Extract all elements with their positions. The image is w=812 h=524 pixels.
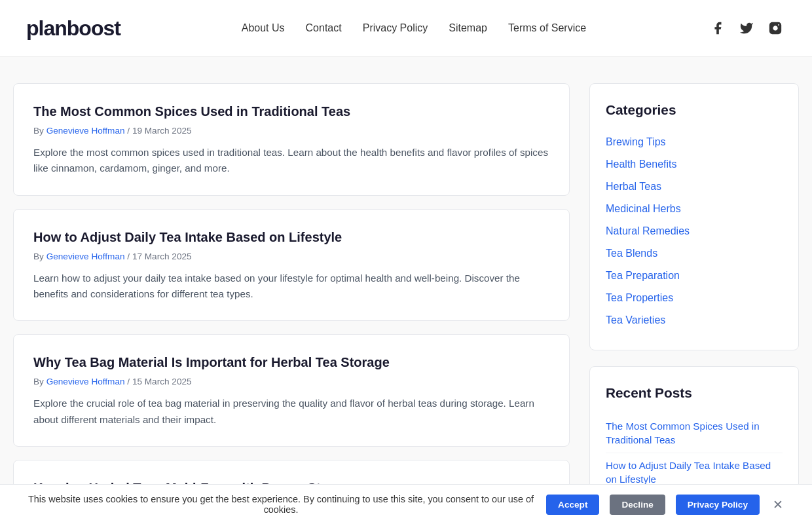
main-container: The Most Common Spices Used in Tradition…: [0, 83, 812, 524]
close-cookie-button[interactable]: ✕: [770, 497, 786, 512]
article-meta: By Genevieve Hoffman / 15 March 2025: [33, 377, 549, 386]
category-item: Medicinal Herbs: [606, 198, 783, 220]
article-title[interactable]: The Most Common Spices Used in Tradition…: [33, 102, 549, 121]
category-link-herbal-teas[interactable]: Herbal Teas: [606, 181, 661, 192]
category-item: Tea Blends: [606, 242, 783, 265]
article-excerpt: Explore the most common spices used in t…: [33, 145, 549, 177]
category-list: Brewing TipsHealth BenefitsHerbal TeasMe…: [606, 131, 783, 331]
nav-link-about-us[interactable]: About Us: [242, 22, 285, 34]
recent-post-link[interactable]: The Most Common Spices Used in Tradition…: [606, 421, 760, 445]
article-excerpt: Learn how to adjust your daily tea intak…: [33, 271, 549, 303]
recent-post-link[interactable]: How to Adjust Daily Tea Intake Based on …: [606, 460, 771, 485]
article-card-2: How to Adjust Daily Tea Intake Based on …: [13, 209, 570, 322]
recent-posts-title: Recent Posts: [606, 385, 783, 401]
logo[interactable]: planboost: [26, 16, 120, 41]
recent-posts-list: The Most Common Spices Used in Tradition…: [606, 414, 783, 491]
accept-button[interactable]: Accept: [546, 495, 599, 515]
category-item: Natural Remedies: [606, 220, 783, 242]
categories-widget: Categories Brewing TipsHealth BenefitsHe…: [589, 83, 799, 350]
recent-post-item: The Most Common Spices Used in Tradition…: [606, 414, 783, 453]
category-link-medicinal-herbs[interactable]: Medicinal Herbs: [606, 203, 681, 214]
sidebar: Categories Brewing TipsHealth BenefitsHe…: [589, 83, 799, 524]
cookie-banner: This website uses cookies to ensure you …: [0, 484, 812, 524]
article-meta: By Genevieve Hoffman / 17 March 2025: [33, 252, 549, 261]
author-link[interactable]: Genevieve Hoffman: [46, 377, 125, 386]
author-link[interactable]: Genevieve Hoffman: [46, 126, 125, 136]
category-link-tea-blends[interactable]: Tea Blends: [606, 248, 657, 259]
categories-title: Categories: [606, 102, 783, 118]
category-link-health-benefits[interactable]: Health Benefits: [606, 159, 677, 170]
category-item: Brewing Tips: [606, 131, 783, 153]
category-item: Health Benefits: [606, 153, 783, 176]
category-item: Tea Properties: [606, 287, 783, 309]
article-title[interactable]: Why Tea Bag Material Is Important for He…: [33, 353, 549, 371]
article-meta: By Genevieve Hoffman / 19 March 2025: [33, 126, 549, 136]
author-link[interactable]: Genevieve Hoffman: [46, 252, 125, 261]
article-title[interactable]: How to Adjust Daily Tea Intake Based on …: [33, 228, 549, 246]
category-link-natural-remedies[interactable]: Natural Remedies: [606, 225, 690, 236]
nav-link-sitemap[interactable]: Sitemap: [449, 22, 487, 34]
cookie-text: This website uses cookies to ensure you …: [26, 494, 536, 515]
nav-link-contact[interactable]: Contact: [306, 22, 342, 34]
category-link-tea-properties[interactable]: Tea Properties: [606, 292, 673, 303]
article-excerpt: Explore the crucial role of tea bag mate…: [33, 396, 549, 428]
facebook-icon[interactable]: [707, 18, 728, 39]
category-link-tea-varieties[interactable]: Tea Varieties: [606, 314, 665, 326]
category-item: Tea Varieties: [606, 309, 783, 331]
category-link-tea-preparation[interactable]: Tea Preparation: [606, 270, 680, 281]
site-header: planboost About UsContactPrivacy PolicyS…: [0, 0, 812, 57]
decline-button[interactable]: Decline: [610, 495, 665, 515]
nav-link-terms-of-service[interactable]: Terms of Service: [508, 22, 586, 34]
category-item: Tea Preparation: [606, 265, 783, 287]
category-link-brewing-tips[interactable]: Brewing Tips: [606, 136, 666, 147]
articles-column: The Most Common Spices Used in Tradition…: [13, 83, 570, 524]
main-nav: About UsContactPrivacy PolicySitemapTerm…: [242, 22, 586, 34]
article-card-1: The Most Common Spices Used in Tradition…: [13, 83, 570, 196]
article-card-3: Why Tea Bag Material Is Important for He…: [13, 334, 570, 447]
social-icons: [707, 18, 786, 39]
privacy-policy-button[interactable]: Privacy Policy: [676, 495, 760, 515]
instagram-icon[interactable]: [765, 18, 786, 39]
twitter-icon[interactable]: [736, 18, 757, 39]
nav-link-privacy-policy[interactable]: Privacy Policy: [363, 22, 428, 34]
category-item: Herbal Teas: [606, 176, 783, 198]
